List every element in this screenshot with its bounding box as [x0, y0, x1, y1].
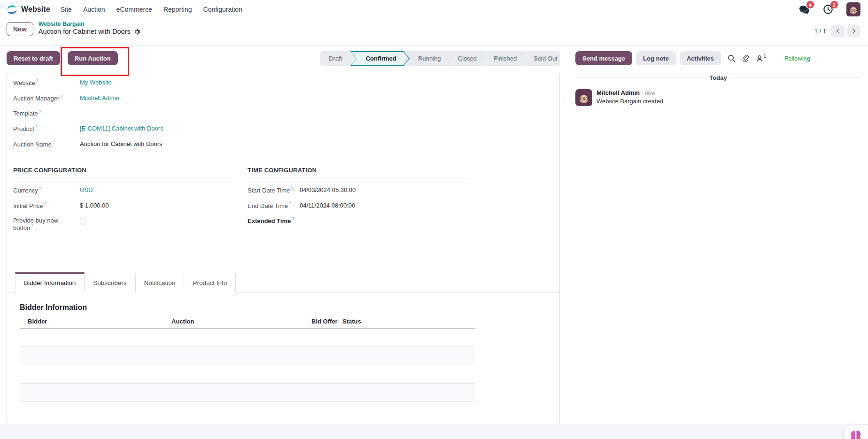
- field-currency: Currency? USD: [13, 187, 234, 194]
- nav-item-reporting[interactable]: Reporting: [163, 6, 192, 13]
- breadcrumb-parent-link[interactable]: Website Bargain: [39, 21, 140, 27]
- chatter-toolbar: Send message Log note Activities 1 Follo…: [575, 51, 861, 65]
- chatter-message: Mitchell Admin - now Website Bargain cre…: [575, 89, 861, 106]
- message-body: Website Bargain created: [597, 98, 663, 105]
- help-marker: ?: [31, 223, 33, 228]
- help-marker: ?: [39, 186, 41, 191]
- provide-buy-now-checkbox[interactable]: [80, 218, 86, 224]
- breadcrumb-bar: New Website Bargain Auction for Cabinet …: [0, 19, 868, 45]
- field-label: Auction Name?: [13, 141, 80, 148]
- tab-notification[interactable]: Notification: [135, 273, 185, 293]
- date-divider: Today: [575, 74, 861, 81]
- following-toggle[interactable]: Following: [784, 55, 810, 62]
- status-step-finished[interactable]: Finished: [485, 51, 525, 66]
- brain-icon: [848, 429, 863, 439]
- nav-menu: Site Auction eCommerce Reporting Configu…: [61, 6, 242, 13]
- message-avatar[interactable]: [575, 89, 592, 106]
- field-label: Currency?: [13, 187, 80, 194]
- section-title: TIME CONFIGURATION: [248, 167, 469, 178]
- messages-button[interactable]: 4: [798, 4, 810, 15]
- message-timestamp: - now: [642, 90, 655, 96]
- tab-subscribers[interactable]: Subscribers: [84, 273, 135, 293]
- search-messages-icon[interactable]: [728, 54, 736, 62]
- auction-manager-value-link[interactable]: Mitchell Admin: [80, 95, 119, 101]
- pager-previous-button[interactable]: [831, 25, 845, 37]
- pager-next-button[interactable]: [847, 25, 860, 37]
- activities-systray-button[interactable]: 2: [822, 4, 834, 15]
- help-marker: ?: [289, 201, 291, 206]
- content-area: Reset to draft Run Auction Draft Confirm…: [0, 45, 868, 439]
- column-header-auction[interactable]: Auction: [163, 318, 311, 329]
- field-auction-name: Auction Name? Auction for Cabinet with D…: [13, 141, 559, 148]
- nav-item-site[interactable]: Site: [61, 6, 72, 13]
- nav-item-configuration[interactable]: Configuration: [203, 6, 242, 13]
- reset-to-draft-button[interactable]: Reset to draft: [7, 51, 60, 65]
- tab-product-info[interactable]: Product Info: [184, 273, 236, 293]
- action-buttons: Reset to draft Run Auction: [7, 51, 118, 65]
- followers-icon[interactable]: 1: [756, 54, 766, 62]
- start-date-value-input[interactable]: 04/03/2024 05:30:00: [300, 187, 356, 193]
- help-marker: ?: [35, 124, 38, 129]
- activities-badge: 2: [830, 1, 838, 8]
- field-label: Template?: [13, 110, 80, 117]
- log-note-button[interactable]: Log note: [636, 51, 676, 65]
- pager: 1 / 1: [814, 25, 860, 37]
- website-value-link[interactable]: My Website: [80, 79, 112, 86]
- user-avatar[interactable]: [846, 2, 860, 16]
- field-label: Auction Manager?: [13, 95, 80, 102]
- status-step-confirmed[interactable]: Confirmed: [350, 51, 410, 66]
- auction-name-value-input[interactable]: Auction for Cabinet with Doors: [80, 141, 163, 147]
- column-header-bidder[interactable]: Bidder: [20, 318, 163, 329]
- field-initial-price: Initial Price? $ 1,000.00: [13, 202, 234, 210]
- field-label: Provide buy now button?: [13, 217, 80, 231]
- status-step-sold-out[interactable]: Sold Out: [525, 51, 560, 66]
- status-step-draft[interactable]: Draft: [320, 51, 350, 66]
- breadcrumb: Website Bargain Auction for Cabinet with…: [39, 21, 140, 35]
- nav-item-ecommerce[interactable]: eCommerce: [116, 6, 152, 13]
- status-step-closed[interactable]: Closed: [450, 51, 485, 66]
- column-header-bid-offer[interactable]: Bid Offer: [311, 318, 341, 329]
- tab-bidder-information[interactable]: Bidder Information: [15, 272, 85, 293]
- messages-badge: 4: [806, 1, 814, 8]
- initial-price-value-input[interactable]: $ 1,000.00: [80, 202, 108, 209]
- end-date-value-input[interactable]: 04/11/2024 08:00:00: [300, 202, 355, 209]
- activities-button[interactable]: Activities: [680, 51, 721, 65]
- status-step-running[interactable]: Running: [410, 51, 449, 66]
- field-label: Extended Time?: [248, 217, 300, 225]
- column-header-status[interactable]: Status: [341, 318, 475, 329]
- field-product: Product? [E-COM11] Cabinet with Doors: [13, 125, 559, 133]
- notebook-tabs: Bidder Information Subscribers Notificat…: [7, 272, 559, 293]
- pane-heading: Bidder Information: [20, 303, 559, 312]
- new-button[interactable]: New: [7, 22, 33, 36]
- message-author[interactable]: Mitchell Admin: [597, 89, 640, 96]
- table-row[interactable]: [20, 384, 475, 402]
- table-row[interactable]: [20, 329, 475, 347]
- nav-item-auction[interactable]: Auction: [83, 6, 105, 13]
- assistant-widget-button[interactable]: [845, 425, 868, 439]
- date-divider-label: Today: [709, 74, 727, 81]
- bidder-information-pane: Bidder Information Bidder Auction Bid Of…: [13, 293, 559, 402]
- help-marker: ?: [60, 94, 62, 99]
- field-website: Website? My Website: [13, 79, 559, 87]
- bidder-table: Bidder Auction Bid Offer Status: [20, 318, 475, 402]
- app-switcher[interactable]: Website: [7, 4, 50, 15]
- product-value-link[interactable]: [E-COM11] Cabinet with Doors: [80, 125, 163, 132]
- price-configuration-section: PRICE CONFIGURATION Currency? USD Initia…: [13, 167, 234, 239]
- field-end-date-time: End Date Time? 04/11/2024 08:00:00: [248, 202, 469, 210]
- run-auction-button[interactable]: Run Auction: [68, 51, 118, 65]
- send-message-button[interactable]: Send message: [575, 51, 632, 65]
- systray: 4 2: [798, 2, 860, 16]
- gear-icon[interactable]: [134, 29, 140, 35]
- time-configuration-section: TIME CONFIGURATION Start Date Time? 04/0…: [248, 167, 469, 239]
- attachment-icon[interactable]: [742, 54, 750, 62]
- field-label: Website?: [13, 79, 80, 87]
- help-marker: ?: [53, 140, 55, 145]
- help-marker: ?: [39, 109, 41, 114]
- table-row[interactable]: [20, 347, 475, 365]
- pager-count: 1 / 1: [814, 28, 826, 35]
- help-marker: ?: [44, 201, 46, 206]
- currency-value-link[interactable]: USD: [80, 187, 93, 193]
- field-label: Product?: [13, 125, 80, 133]
- help-marker: ?: [292, 216, 294, 221]
- table-row[interactable]: [20, 365, 475, 384]
